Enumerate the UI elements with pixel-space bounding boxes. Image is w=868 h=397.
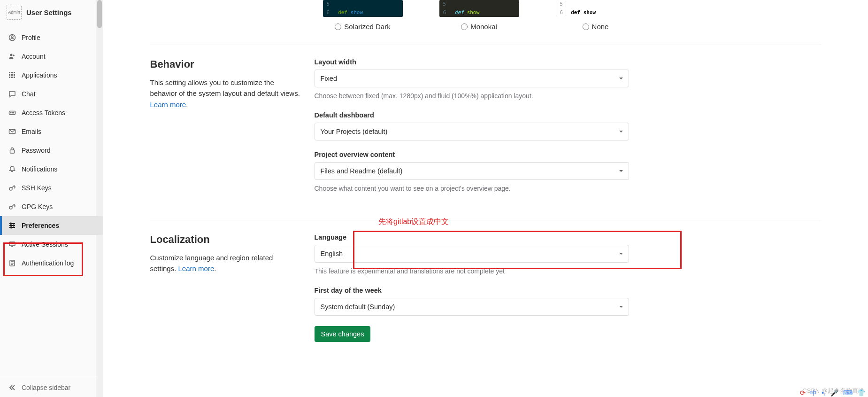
learn-more-link[interactable]: Learn more [150, 101, 186, 109]
sidebar-item-notifications[interactable]: Notifications [0, 160, 103, 179]
tray-icon: ⌨ [843, 389, 853, 397]
svg-rect-12 [14, 77, 15, 78]
svg-rect-9 [14, 74, 15, 76]
behavior-section: Behavior This setting allows you to cust… [150, 45, 822, 220]
language-select[interactable]: English [315, 245, 629, 263]
sidebar-item-label: Chat [22, 90, 36, 98]
sidebar-item-label: Active Sessions [22, 241, 68, 248]
tray-icon: 👕 [857, 389, 865, 397]
localization-section: Localization Customize language and regi… [150, 220, 822, 358]
sidebar-item-applications[interactable]: Applications [0, 66, 103, 85]
save-changes-button[interactable]: Save changes [315, 326, 371, 342]
sidebar-item-emails[interactable]: Emails [0, 122, 103, 141]
sidebar-item-password[interactable]: Password [0, 141, 103, 160]
theme-label: Monokai [470, 23, 497, 31]
sidebar-item-profile[interactable]: Profile [0, 28, 103, 47]
learn-more-link[interactable]: Learn more [178, 265, 215, 272]
svg-point-21 [10, 223, 12, 225]
section-description: This setting allows you to customize the… [150, 77, 300, 110]
sidebar-item-active-sessions[interactable]: Active Sessions [0, 235, 103, 254]
system-tray: ⟳ 中 •, 🎤 ⌨ 👕 [800, 389, 865, 397]
svg-rect-4 [9, 72, 10, 73]
project-overview-label: Project overview content [315, 151, 629, 158]
users-icon [8, 53, 16, 60]
section-heading: Behavior [150, 58, 300, 70]
sidebar-item-label: Applications [22, 71, 57, 79]
sidebar-item-preferences[interactable]: Preferences [0, 216, 103, 235]
monitor-icon [8, 241, 16, 248]
layout-width-select[interactable]: Fixed [315, 70, 629, 87]
radio-input[interactable] [335, 23, 341, 30]
radio-input[interactable] [583, 23, 589, 30]
sidebar-item-label: Profile [22, 34, 40, 41]
code-preview-monokai: 5 6def show [439, 0, 519, 17]
svg-point-23 [11, 227, 12, 228]
comment-icon [8, 90, 16, 98]
log-icon [8, 259, 16, 267]
token-icon [8, 109, 16, 117]
theme-radio-monokai[interactable]: Monokai [461, 23, 497, 31]
collapse-sidebar-button[interactable]: Collapse sidebar [0, 378, 103, 397]
main-content: 5 6def show Solarized Dark 5 6def show [103, 0, 868, 397]
sidebar-item-access-tokens[interactable]: Access Tokens [0, 103, 103, 122]
sidebar-item-label: Account [22, 53, 46, 60]
layout-width-help: Choose between fixed (max. 1280px) and f… [315, 91, 629, 101]
sidebar-item-label: Preferences [22, 222, 59, 229]
preferences-icon [8, 222, 16, 229]
key-icon [8, 203, 16, 210]
svg-rect-24 [9, 242, 15, 246]
sidebar-item-label: Emails [22, 128, 41, 135]
svg-rect-18 [10, 150, 15, 153]
key-icon [8, 184, 16, 192]
project-overview-select[interactable]: Files and Readme (default) [315, 162, 629, 180]
sidebar-item-chat[interactable]: Chat [0, 85, 103, 103]
svg-rect-8 [11, 74, 13, 76]
bell-icon [8, 165, 16, 173]
svg-rect-10 [9, 77, 10, 78]
svg-rect-5 [11, 72, 13, 73]
chevron-double-left-icon [8, 384, 16, 391]
user-circle-icon [8, 34, 16, 41]
language-help: This feature is experimental and transla… [315, 266, 629, 276]
scrollbar-thumb[interactable] [97, 0, 102, 28]
language-label: Language [315, 234, 629, 241]
section-heading: Localization [150, 234, 300, 246]
sidebar-item-ssh-keys[interactable]: SSH Keys [0, 179, 103, 197]
svg-point-14 [10, 112, 11, 113]
sidebar-item-account[interactable]: Account [0, 47, 103, 66]
svg-rect-11 [11, 77, 13, 78]
theme-label: None [592, 23, 609, 31]
svg-point-3 [13, 54, 15, 56]
theme-label: Solarized Dark [344, 23, 390, 31]
radio-input[interactable] [461, 23, 468, 30]
default-dashboard-select[interactable]: Your Projects (default) [315, 123, 629, 140]
grid-icon [8, 71, 16, 79]
lock-icon [8, 147, 16, 154]
theme-radio-none[interactable]: None [583, 23, 609, 31]
annotation-text: 先将gitlab设置成中文 [378, 217, 449, 227]
sidebar: Admin User Settings Profile Account Appl… [0, 0, 103, 397]
envelope-icon [8, 128, 16, 135]
code-preview-solarized: 5 6def show [323, 0, 403, 17]
sidebar-item-label: Access Tokens [22, 109, 65, 117]
sidebar-item-label: SSH Keys [22, 184, 52, 192]
svg-point-1 [11, 36, 13, 38]
sidebar-item-auth-log[interactable]: Authentication log [0, 254, 103, 272]
theme-option-solarized-dark: 5 6def show Solarized Dark [315, 0, 411, 31]
first-day-select[interactable]: System default (Sunday) [315, 298, 629, 316]
svg-point-16 [13, 112, 14, 113]
tray-icon: ⟳ [800, 389, 806, 397]
theme-radio-solarized[interactable]: Solarized Dark [335, 23, 390, 31]
svg-point-22 [13, 225, 15, 226]
sidebar-header: Admin User Settings [0, 0, 103, 24]
sidebar-item-label: Password [22, 147, 50, 154]
page-title: User Settings [26, 8, 72, 16]
tray-icon: •, [822, 389, 826, 397]
sidebar-item-label: Authentication log [22, 259, 74, 267]
sidebar-item-label: Notifications [22, 165, 57, 173]
svg-point-2 [10, 54, 13, 56]
sidebar-item-gpg-keys[interactable]: GPG Keys [0, 197, 103, 216]
project-overview-help: Choose what content you want to see on a… [315, 184, 629, 194]
svg-point-15 [12, 112, 12, 113]
sidebar-nav: Profile Account Applications Chat Access… [0, 28, 103, 272]
